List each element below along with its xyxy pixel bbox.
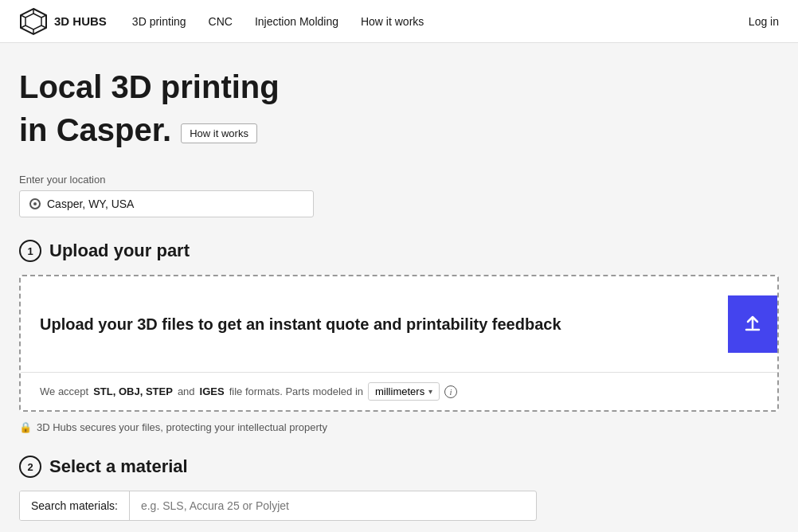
- step2-title: Select a material: [49, 456, 188, 477]
- main-content: Local 3D printing in Casper. How it work…: [0, 43, 798, 532]
- security-text: 3D Hubs secures your files, protecting y…: [37, 421, 327, 433]
- search-materials-input[interactable]: [130, 491, 536, 520]
- units-select[interactable]: millimeters inches: [375, 385, 425, 397]
- brand-name: 3D HUBS: [54, 14, 107, 28]
- search-materials-row: Search materials:: [19, 491, 537, 521]
- security-note: 🔒 3D Hubs secures your files, protecting…: [19, 421, 779, 433]
- step2-header: 2 Select a material: [19, 456, 779, 478]
- navbar: 3D HUBS 3D printing CNC Injection Moldin…: [0, 0, 798, 43]
- nav-3d-printing[interactable]: 3D printing: [132, 15, 186, 28]
- nav-cnc[interactable]: CNC: [209, 15, 233, 28]
- upload-main: Upload your 3D files to get an instant q…: [21, 276, 777, 372]
- location-input[interactable]: [47, 198, 303, 210]
- info-icon[interactable]: i: [444, 385, 457, 398]
- step1-circle: 1: [19, 240, 41, 262]
- brand-logo[interactable]: 3D HUBS: [19, 7, 107, 36]
- upload-sub: We accept STL, OBJ, STEP and IGES file f…: [21, 372, 777, 410]
- svg-marker-1: [25, 14, 41, 29]
- iges-bold: IGES: [200, 385, 225, 397]
- how-it-works-button[interactable]: How it works: [181, 123, 257, 143]
- formats-text: We accept: [40, 385, 88, 397]
- upload-text: Upload your 3D files to get an instant q…: [40, 315, 728, 334]
- formats-bold: STL, OBJ, STEP: [93, 385, 173, 397]
- lock-icon: 🔒: [19, 421, 32, 433]
- location-input-wrap: [19, 190, 314, 217]
- headline-line1: Local 3D printing: [19, 68, 779, 105]
- nav-how-it-works[interactable]: How it works: [361, 15, 424, 28]
- upload-area[interactable]: Upload your 3D files to get an instant q…: [19, 275, 779, 412]
- modeled-text: file formats. Parts modeled in: [229, 385, 363, 397]
- location-dot-icon: [29, 198, 41, 209]
- step1-header: 1 Upload your part: [19, 240, 779, 262]
- nav-injection-molding[interactable]: Injection Molding: [255, 15, 338, 28]
- hero-section: Local 3D printing in Casper. How it work…: [19, 68, 779, 217]
- and-text: and: [178, 385, 195, 397]
- chevron-down-icon: ▾: [428, 387, 432, 396]
- logo-icon: [19, 7, 48, 36]
- upload-button[interactable]: [728, 295, 777, 353]
- upload-icon: [744, 315, 761, 333]
- search-materials-label: Search materials:: [20, 491, 130, 520]
- headline-city: in Casper.: [19, 111, 171, 148]
- login-link[interactable]: Log in: [749, 15, 779, 28]
- step2-circle: 2: [19, 456, 41, 478]
- units-select-wrap[interactable]: millimeters inches ▾: [368, 382, 440, 401]
- nav-links: 3D printing CNC Injection Molding How it…: [132, 15, 723, 28]
- headline-line2: in Casper. How it works: [19, 111, 779, 155]
- step1-title: Upload your part: [49, 241, 190, 261]
- location-label: Enter your location: [19, 174, 779, 186]
